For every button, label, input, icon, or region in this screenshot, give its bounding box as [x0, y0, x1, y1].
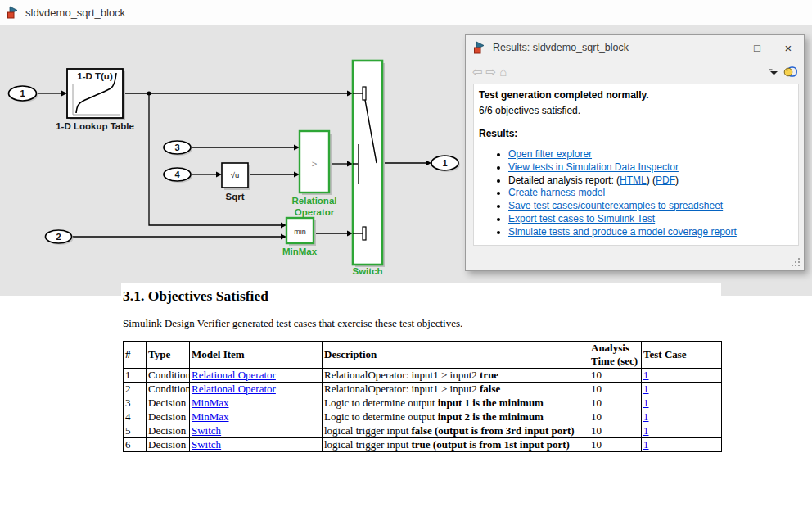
- svg-text:Operator: Operator: [295, 207, 335, 217]
- switch-port-marker-top: [363, 87, 366, 100]
- cell-model-item: Relational Operator: [190, 369, 323, 383]
- result-link[interactable]: View tests in Simulation Data Inspector: [508, 161, 679, 173]
- svg-text:MinMax: MinMax: [282, 247, 318, 256]
- back-icon[interactable]: ⇦: [472, 66, 483, 78]
- description-text: RelationalOperator: input1 > input2: [324, 369, 480, 381]
- lookup-table-block[interactable]: 1-D T(u) 1-D Lookup Table: [56, 69, 134, 131]
- cell-number: 1: [124, 369, 147, 383]
- dialog-titlebar[interactable]: Results: sldvdemo_sqrt_block — □ ×: [466, 35, 804, 60]
- svg-text:Sqrt: Sqrt: [226, 192, 245, 202]
- cell-model-item: MinMax: [190, 396, 323, 410]
- cell-description: Logic to determine output input 2 is the…: [323, 410, 589, 424]
- model-item-link[interactable]: Switch: [192, 424, 221, 437]
- description-text: Logic to determine output: [324, 396, 438, 409]
- inport-2[interactable]: 2: [46, 230, 74, 245]
- description-text: Logic to determine output: [324, 410, 438, 423]
- cell-model-item: Switch: [190, 438, 323, 452]
- report-heading: 3.1. Objectives Satisfied: [123, 288, 721, 305]
- result-link-item: Create harness model: [508, 187, 793, 200]
- home-icon[interactable]: ⌂: [499, 66, 507, 78]
- test-case-link[interactable]: 1: [643, 369, 649, 381]
- minmax-block[interactable]: min MinMax: [282, 218, 318, 256]
- cell-test-case: 1: [642, 369, 722, 383]
- table-row: 3DecisionMinMaxLogic to determine output…: [124, 396, 722, 410]
- table-row: 5DecisionSwitchlogical trigger input fal…: [124, 424, 722, 438]
- cell-type: Decision: [147, 424, 190, 438]
- sqrt-block[interactable]: √u Sqrt: [222, 163, 250, 202]
- cell-type: Decision: [147, 396, 190, 410]
- tab-title: sldvdemo_sqrt_block: [25, 7, 125, 19]
- test-case-link[interactable]: 1: [643, 396, 649, 409]
- description-text: logical trigger input: [324, 424, 412, 437]
- cell-test-case: 1: [642, 424, 722, 438]
- switch-block[interactable]: Switch: [352, 61, 385, 276]
- editor-tab-bar: sldvdemo_sqrt_block: [0, 0, 812, 25]
- description-bold: true: [480, 369, 498, 381]
- column-header: Model Item: [190, 342, 323, 369]
- outport-1[interactable]: 1: [431, 156, 460, 172]
- model-tab[interactable]: sldvdemo_sqrt_block: [0, 0, 137, 25]
- result-link[interactable]: Save test cases/counterexamples to sprea…: [508, 200, 723, 211]
- table-row: 2ConditionRelational OperatorRelationalO…: [124, 383, 722, 396]
- table-row: 6DecisionSwitchlogical trigger input tru…: [124, 438, 722, 452]
- svg-text:1-D Lookup Table: 1-D Lookup Table: [56, 121, 134, 131]
- result-link[interactable]: Open filter explorer: [508, 148, 592, 160]
- cell-description: RelationalOperator: input1 > input2 fals…: [323, 383, 589, 396]
- cell-analysis-time: 10: [589, 438, 642, 452]
- model-item-link[interactable]: Relational Operator: [192, 383, 276, 395]
- test-case-link[interactable]: 1: [643, 424, 649, 437]
- column-header: Test Case: [642, 342, 722, 369]
- resize-grip[interactable]: [792, 258, 801, 268]
- result-link-text: ) (: [647, 174, 656, 186]
- inport-4[interactable]: 4: [164, 168, 192, 183]
- simulink-model-icon: [7, 6, 20, 19]
- cell-analysis-time: 10: [589, 424, 642, 438]
- simulink-model-icon: [473, 41, 486, 54]
- svg-text:√u: √u: [231, 170, 240, 179]
- cell-description: RelationalOperator: input1 > input2 true: [323, 369, 589, 383]
- dialog-content: Test generation completed normally. 6/6 …: [473, 84, 799, 246]
- minimize-button[interactable]: —: [710, 35, 742, 60]
- result-link[interactable]: Simulate tests and produce a model cover…: [508, 226, 737, 238]
- maximize-button[interactable]: □: [742, 35, 773, 60]
- result-link[interactable]: HTML: [620, 174, 647, 186]
- cell-test-case: 1: [642, 383, 722, 396]
- test-case-link[interactable]: 1: [643, 410, 649, 423]
- table-row: 4DecisionMinMaxLogic to determine output…: [124, 410, 722, 424]
- model-item-link[interactable]: Relational Operator: [192, 369, 276, 381]
- svg-text:Relational: Relational: [292, 196, 337, 206]
- result-link[interactable]: Export test cases to Simulink Test: [508, 213, 655, 224]
- highlight-results-icon[interactable]: [783, 66, 797, 78]
- model-item-link[interactable]: MinMax: [192, 410, 229, 423]
- cell-description: logical trigger input false (output is f…: [323, 424, 589, 438]
- report-section: 3.1. Objectives Satisfied Simulink Desig…: [121, 283, 721, 512]
- close-button[interactable]: ×: [773, 35, 804, 60]
- objectives-table-body: 1ConditionRelational OperatorRelationalO…: [124, 369, 722, 452]
- result-link[interactable]: PDF: [656, 174, 675, 186]
- svg-text:1-D T(u): 1-D T(u): [77, 71, 113, 81]
- objectives-table-header-row: #TypeModel ItemDescriptionAnalysis Time …: [124, 342, 722, 369]
- description-bold: false: [480, 383, 500, 395]
- test-case-link[interactable]: 1: [643, 438, 649, 451]
- cell-analysis-time: 10: [589, 410, 642, 424]
- cell-description: Logic to determine output input 1 is the…: [323, 396, 589, 410]
- cell-analysis-time: 10: [589, 383, 642, 396]
- overflow-caret-icon[interactable]: [769, 67, 778, 75]
- cell-test-case: 1: [642, 438, 722, 452]
- inport-3[interactable]: 3: [164, 141, 192, 156]
- cell-type: Decision: [147, 438, 190, 452]
- result-link[interactable]: Create harness model: [508, 187, 605, 198]
- table-row: 1ConditionRelational OperatorRelationalO…: [124, 369, 722, 383]
- status-title: Test generation completed normally.: [479, 89, 793, 101]
- test-case-link[interactable]: 1: [643, 383, 649, 395]
- inport-1[interactable]: 1: [9, 86, 38, 102]
- cell-number: 5: [124, 424, 147, 438]
- model-item-link[interactable]: MinMax: [192, 396, 229, 409]
- column-header: Type: [147, 342, 190, 369]
- cell-analysis-time: 10: [589, 369, 642, 383]
- forward-icon[interactable]: ⇨: [486, 66, 497, 78]
- model-item-link[interactable]: Switch: [192, 438, 221, 451]
- cell-model-item: Relational Operator: [190, 383, 323, 396]
- description-bold: input 1 is the minimum: [438, 396, 544, 409]
- description-text: RelationalOperator: input1 > input2: [324, 383, 480, 395]
